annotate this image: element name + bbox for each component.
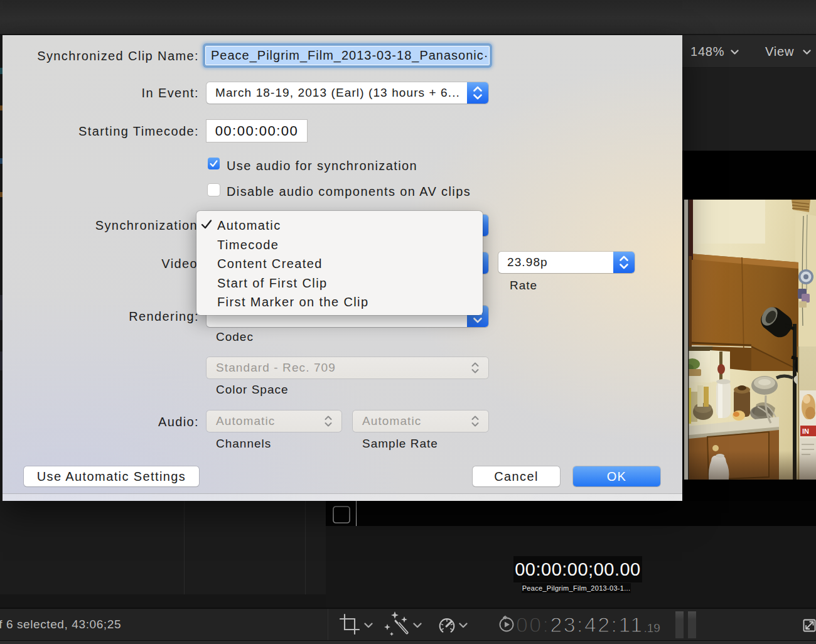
svg-text:IN: IN	[802, 427, 809, 435]
